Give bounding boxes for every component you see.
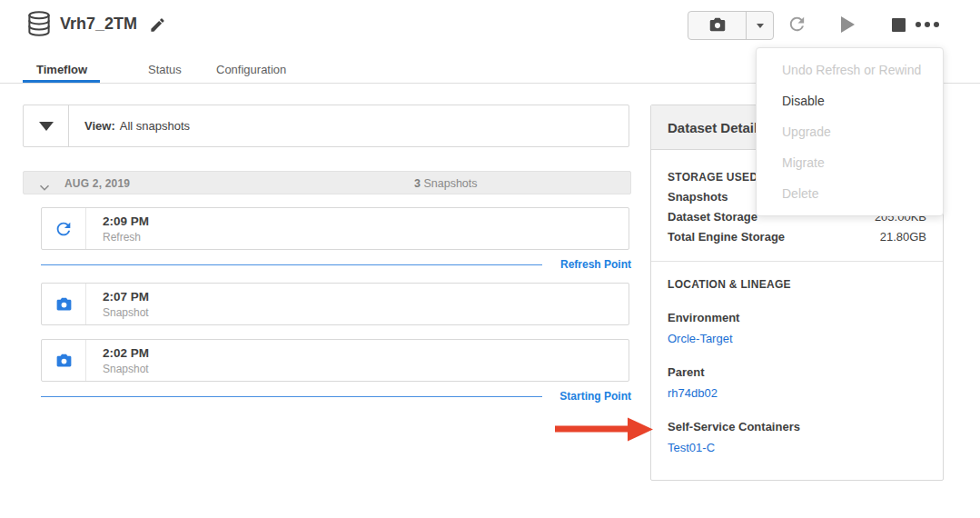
view-filter-bar[interactable]: View: All snapshots: [23, 105, 629, 147]
triangle-down-icon: [39, 122, 54, 131]
refresh-icon: [787, 24, 807, 37]
actions-dropdown-menu: Undo Refresh or Rewind Disable Upgrade M…: [756, 47, 944, 216]
panel-divider: [651, 261, 943, 262]
environment-label: Environment: [668, 311, 926, 324]
camera-icon: [708, 15, 728, 37]
tab-configuration[interactable]: Configuration: [216, 63, 286, 76]
timeline-entry-snapshot[interactable]: 2:02 PM Snapshot: [41, 339, 629, 382]
marker-line: [41, 396, 542, 397]
storage-row: Total Engine Storage 21.80GB: [668, 230, 926, 244]
tab-timeflow[interactable]: Timeflow: [36, 63, 87, 76]
self-service-container-link[interactable]: Test01-C: [668, 441, 926, 454]
edit-pencil-icon[interactable]: [149, 16, 166, 36]
page-title: Vrh7_2TM: [60, 15, 137, 34]
snapshot-options-button[interactable]: [747, 12, 773, 39]
refresh-icon: [42, 208, 86, 249]
environment-link[interactable]: Orcle-Target: [668, 332, 926, 345]
snapshot-count: 3 Snapshots: [414, 177, 478, 190]
start-dataset-button[interactable]: [841, 16, 855, 33]
entry-time: 2:09 PM: [103, 214, 149, 228]
location-lineage-heading: LOCATION & LINEAGE: [668, 278, 926, 291]
marker-line: [41, 264, 542, 265]
view-dropdown-toggle[interactable]: [24, 105, 69, 146]
entry-type: Snapshot: [103, 306, 149, 319]
marker-label: Starting Point: [559, 390, 631, 403]
take-snapshot-button[interactable]: [688, 12, 747, 39]
starting-point-marker: Starting Point: [41, 389, 631, 403]
database-icon: [25, 10, 53, 41]
marker-label: Refresh Point: [560, 258, 631, 271]
camera-icon: [42, 340, 86, 381]
menu-item-undo-refresh-or-rewind: Undo Refresh or Rewind: [757, 55, 943, 85]
tab-status[interactable]: Status: [148, 63, 182, 76]
red-arrow-annotation: [550, 415, 655, 447]
caret-down-icon: [757, 24, 764, 28]
entry-time: 2:07 PM: [103, 290, 149, 304]
menu-item-disable[interactable]: Disable: [757, 85, 943, 116]
view-value: All snapshots: [120, 119, 190, 133]
menu-item-migrate: Migrate: [757, 147, 943, 178]
view-filter-text: View: All snapshots: [69, 105, 190, 146]
view-label: View:: [84, 119, 115, 133]
refresh-dataset-button[interactable]: [787, 14, 807, 37]
refresh-point-marker: Refresh Point: [41, 257, 631, 272]
chevron-down-icon: [39, 179, 50, 195]
stop-dataset-button[interactable]: [892, 18, 906, 32]
date-group-header[interactable]: AUG 2, 2019 3 Snapshots: [23, 171, 631, 194]
self-service-containers-label: Self-Service Containers: [668, 420, 926, 433]
entry-type: Refresh: [103, 231, 149, 244]
entry-type: Snapshot: [103, 363, 149, 375]
timeline-entry-snapshot[interactable]: 2:07 PM Snapshot: [41, 283, 629, 325]
entry-time: 2:02 PM: [103, 346, 149, 360]
menu-item-delete: Delete: [757, 178, 943, 209]
parent-label: Parent: [668, 365, 926, 379]
parent-link[interactable]: rh74db02: [668, 386, 926, 400]
timeline-entry-refresh[interactable]: 2:09 PM Refresh: [41, 207, 629, 250]
camera-icon: [42, 284, 86, 324]
ellipsis-icon: [916, 22, 921, 27]
date-group-label: AUG 2, 2019: [64, 177, 130, 190]
dataset-timeflow-screen: Vrh7_2TM: [0, 0, 980, 518]
stop-icon: [892, 18, 906, 32]
menu-item-upgrade: Upgrade: [757, 116, 943, 147]
play-icon: [841, 16, 855, 33]
snapshot-split-button: [688, 11, 774, 40]
more-actions-button[interactable]: [916, 22, 939, 27]
